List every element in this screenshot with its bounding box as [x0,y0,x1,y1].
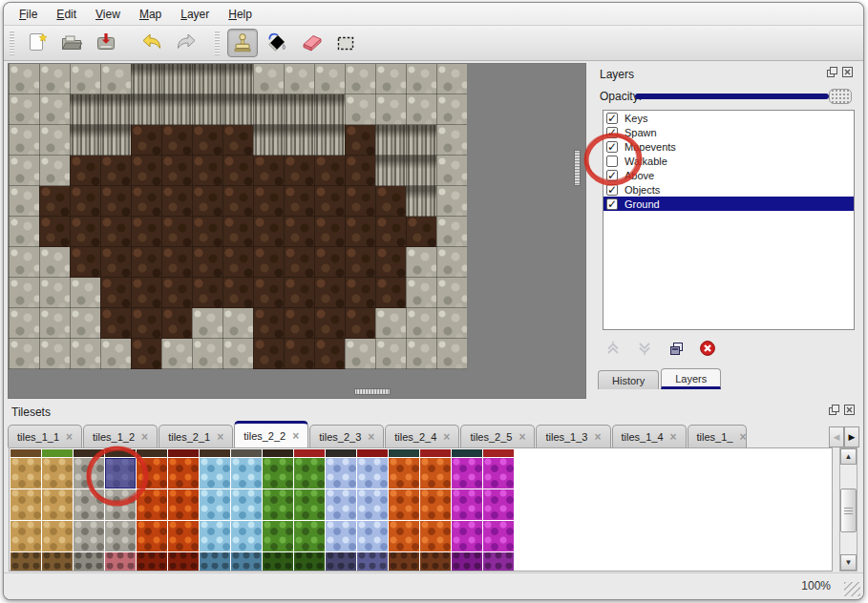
map-tile-dirt[interactable] [222,186,253,217]
map-tile-dirt[interactable] [222,217,253,247]
map-tile-dirt[interactable] [253,308,284,339]
map-tile-stone[interactable] [9,247,39,278]
map-tile-stone[interactable] [39,247,70,278]
map-tile-dirt[interactable] [375,217,406,247]
palette-tile[interactable] [137,552,167,572]
toolbar-grip[interactable] [10,31,14,55]
delete-layer-button[interactable] [698,340,717,359]
palette-tile[interactable] [452,458,482,489]
opacity-slider-handle[interactable] [829,89,852,104]
palette-tile[interactable] [200,458,230,489]
tileset-palette[interactable] [9,447,833,572]
palette-tile[interactable] [483,489,514,520]
tab-close-icon[interactable]: × [519,432,525,442]
map-tile-cliff[interactable] [222,94,253,125]
map-tile-dirt[interactable] [131,125,161,156]
redo-button[interactable] [171,29,201,57]
palette-tile[interactable] [231,489,262,520]
map-tile-dirt[interactable] [314,217,345,247]
layer-row-spawn[interactable]: ✓Spawn [603,125,854,139]
menu-help[interactable]: Help [219,5,262,24]
map-tile-stone[interactable] [9,125,39,156]
palette-tile[interactable] [389,552,419,572]
map-tile-stone[interactable] [436,339,467,369]
tab-close-icon[interactable]: × [292,431,299,441]
palette-tile[interactable] [357,521,388,551]
map-tile-stone[interactable] [375,94,406,125]
map-tile-cliff[interactable] [161,64,192,94]
open-folder-button[interactable] [56,29,87,57]
layer-checkbox-keys[interactable]: ✓ [606,113,618,124]
palette-tile[interactable] [168,489,199,520]
map-tile-stone[interactable] [9,308,39,339]
map-tile-dirt[interactable] [100,308,131,339]
palette-tile[interactable] [326,449,356,457]
palette-tile[interactable] [231,552,262,572]
tileset-tab-tiles_1_2[interactable]: tiles_1_2× [83,425,158,447]
palette-tile[interactable] [11,521,41,551]
map-tile-stone[interactable] [9,156,39,186]
palette-tile[interactable] [420,458,451,489]
map-tile-dirt[interactable] [161,156,192,186]
menu-layer[interactable]: Layer [171,5,219,24]
menu-map[interactable]: Map [130,5,171,24]
map-tile-stone[interactable] [436,125,467,156]
palette-tile[interactable] [294,521,325,551]
map-tile-stone[interactable] [375,339,406,369]
menu-edit[interactable]: Edit [47,5,86,24]
map-tile-dirt[interactable] [284,247,314,278]
tab-close-icon[interactable]: × [217,432,223,442]
map-tile-dirt[interactable] [131,156,161,186]
map-tile-dirt[interactable] [161,217,192,247]
map-tile-stone[interactable] [406,308,436,339]
map-tile-dirt[interactable] [284,308,314,339]
palette-tile[interactable] [263,458,293,489]
palette-tile[interactable] [42,552,73,572]
map-tile-dirt[interactable] [314,156,345,186]
palette-tile[interactable] [263,552,293,572]
palette-tile[interactable] [357,552,388,572]
palette-tile[interactable] [326,458,356,489]
map-tile-stone[interactable] [375,308,406,339]
palette-tile[interactable] [42,449,73,457]
map-tile-dirt[interactable] [253,339,284,369]
map-tile-dirt[interactable] [284,186,314,217]
palette-tile[interactable] [74,458,104,489]
map-tile-stone[interactable] [406,247,436,278]
palette-tile[interactable] [326,489,356,520]
map-tile-dirt[interactable] [131,217,161,247]
map-tile-cliff[interactable] [253,94,284,125]
map-tile-stone[interactable] [436,156,467,186]
map-vertical-scrollbar[interactable] [574,150,581,186]
map-tile-dirt[interactable] [314,186,345,217]
map-tile-dirt[interactable] [253,156,284,186]
palette-tile[interactable] [42,489,73,520]
scrollbar-thumb[interactable] [840,489,857,532]
map-tile-stone[interactable] [100,339,131,369]
float-panel-icon[interactable] [828,403,840,415]
map-tile-dirt[interactable] [70,156,100,186]
map-tile-cliff[interactable] [406,186,436,217]
map-tile-cliff[interactable] [314,125,345,156]
palette-tile[interactable] [105,552,136,572]
tabs-scroll-right-button[interactable]: ▶ [844,426,859,447]
map-tile-stone[interactable] [314,64,345,94]
palette-tile[interactable] [231,449,262,457]
map-tile-dirt[interactable] [253,278,284,308]
map-tile-cliff[interactable] [192,64,222,94]
map-tile-dirt[interactable] [284,278,314,308]
layer-row-walkable[interactable]: Walkable [603,154,854,168]
tileset-tab-tiles_2_1[interactable]: tiles_2_1× [159,425,233,447]
palette-tile[interactable] [326,521,356,551]
map-tile-stone[interactable] [222,308,253,339]
map-tile-dirt[interactable] [222,278,253,308]
map-tile-dirt[interactable] [284,156,314,186]
map-tile-cliff[interactable] [284,94,314,125]
opacity-slider-track[interactable] [635,94,829,99]
map-tile-stone[interactable] [222,339,253,369]
palette-tile[interactable] [105,489,136,520]
map-tile-dirt[interactable] [100,278,131,308]
toolbar-grip[interactable] [215,31,220,55]
palette-tile[interactable] [389,489,419,520]
palette-tile[interactable] [137,489,167,520]
